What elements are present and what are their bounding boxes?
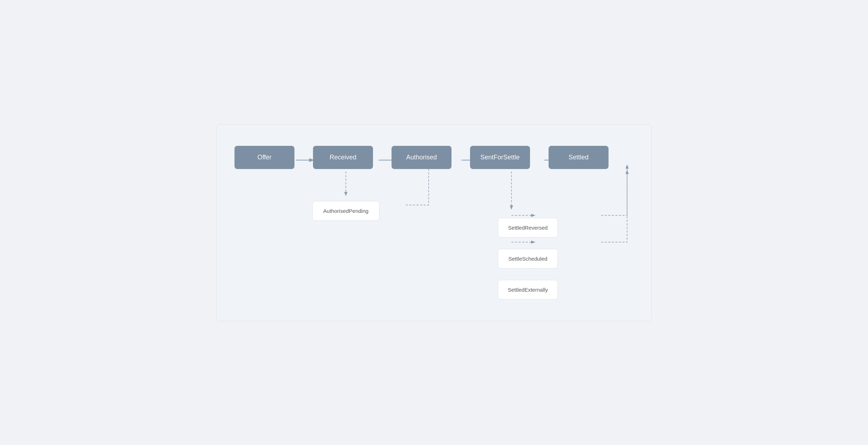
diagram-container: Offer Received Authorised SentForSettle … (216, 124, 652, 321)
node-offer: Offer (234, 146, 294, 169)
node-settled-reversed: SettledReversed (498, 218, 558, 237)
node-settle-scheduled: SettleScheduled (498, 249, 558, 268)
arrow-authorisedpending-authorised (406, 165, 429, 205)
node-settled-externally: SettledExternally (498, 280, 558, 300)
node-received: Received (313, 146, 373, 169)
node-settled: Settled (549, 146, 609, 169)
node-authorised: Authorised (392, 146, 451, 169)
node-sentforsettle: SentForSettle (470, 146, 530, 169)
